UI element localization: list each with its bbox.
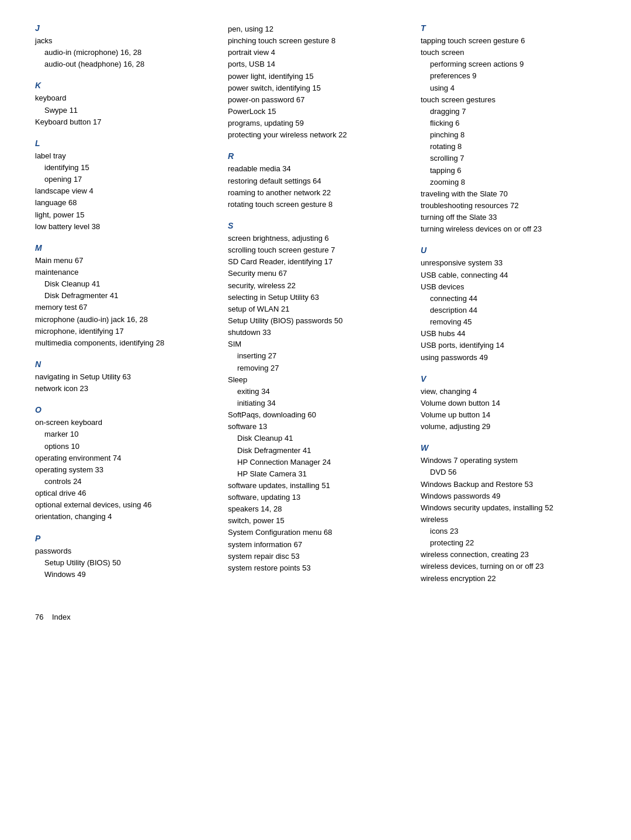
entry-text: unresponsive system 33 <box>421 257 596 269</box>
index-section: KkeyboardSwype 11Keyboard button 17 <box>35 81 210 127</box>
entry-text: software, updating 13 <box>228 492 403 503</box>
index-entry: pinching touch screen gesture 8 <box>228 35 403 47</box>
index-entry: operating environment 74 <box>35 452 210 464</box>
index-entry: Security menu 67 <box>228 268 403 279</box>
index-entry: Windows passwords 49 <box>421 490 596 502</box>
entry-text: microphone (audio-in) jack 16, 28 <box>35 314 210 326</box>
index-entry: landscape view 4 <box>35 185 210 197</box>
entry-text: shutdown 33 <box>228 327 403 338</box>
index-entry: turning off the Slate 33 <box>421 212 596 223</box>
index-entry: power-on password 67 <box>228 94 403 106</box>
entry-text: Windows 49 <box>35 569 210 580</box>
entry-text: USB ports, identifying 14 <box>421 340 596 351</box>
entry-text: system information 67 <box>228 539 403 551</box>
entry-text: Swype 11 <box>35 105 210 116</box>
entry-text: DVD 56 <box>421 466 596 478</box>
entry-text: view, changing 4 <box>421 386 596 397</box>
index-entry: unresponsive system 33 <box>421 257 596 269</box>
index-entry: rotating 8 <box>421 141 596 153</box>
entry-text: protecting 22 <box>421 537 596 549</box>
entry-text: security, wireless 22 <box>228 280 403 292</box>
entry-text: exiting 34 <box>228 386 403 397</box>
column-2: pen, using 12pinching touch screen gestu… <box>228 23 421 595</box>
index-entry: audio-out (headphone) 16, 28 <box>35 58 210 70</box>
entry-text: Disk Defragmenter 41 <box>228 445 403 457</box>
index-entry: portrait view 4 <box>228 47 403 58</box>
index-entry: inserting 27 <box>228 350 403 362</box>
index-entry: USB hubs 44 <box>421 328 596 340</box>
entry-text: initiating 34 <box>228 397 403 409</box>
index-entry: Sleep <box>228 374 403 386</box>
entry-text: navigating in Setup Utility 63 <box>35 371 210 383</box>
index-entry: icons 23 <box>421 526 596 537</box>
entry-text: operating system 33 <box>35 464 210 476</box>
index-section: Llabel trayidentifying 15opening 17lands… <box>35 139 210 233</box>
entry-text: removing 27 <box>228 362 403 374</box>
index-entry: system repair disc 53 <box>228 551 403 562</box>
entry-text: tapping 6 <box>421 165 596 177</box>
entry-text: rotating touch screen gesture 8 <box>228 199 403 210</box>
section-letter: M <box>35 243 210 253</box>
index-entry: Disk Cleanup 41 <box>35 278 210 290</box>
index-entry: multimedia components, identifying 28 <box>35 337 210 349</box>
index-entry: SD Card Reader, identifying 17 <box>228 256 403 268</box>
index-entry: security, wireless 22 <box>228 280 403 292</box>
entry-text: switch, power 15 <box>228 515 403 527</box>
index-entry: HP Connection Manager 24 <box>228 457 403 468</box>
index-entry: optional external devices, using 46 <box>35 499 210 511</box>
entry-text: maintenance <box>35 267 210 278</box>
index-entry: Setup Utility (BIOS) passwords 50 <box>228 315 403 327</box>
index-entry: setup of WLAN 21 <box>228 303 403 315</box>
section-letter: R <box>228 151 403 161</box>
index-section: Rreadable media 34restoring default sett… <box>228 151 403 210</box>
entry-text: orientation, changing 4 <box>35 511 210 523</box>
entry-text: using passwords 49 <box>421 352 596 364</box>
entry-text: identifying 15 <box>35 162 210 174</box>
index-section: pen, using 12pinching touch screen gestu… <box>228 23 403 141</box>
index-entry: optical drive 46 <box>35 488 210 499</box>
section-letter: V <box>421 374 596 383</box>
entry-text: wireless <box>421 514 596 526</box>
index-entry: selecting in Setup Utility 63 <box>228 292 403 303</box>
section-letter: U <box>421 246 596 255</box>
section-letter: P <box>35 534 210 543</box>
entry-text: speakers 14, 28 <box>228 503 403 515</box>
entry-text: optional external devices, using 46 <box>35 499 210 511</box>
index-entry: screen brightness, adjusting 6 <box>228 233 403 244</box>
entry-text: multimedia components, identifying 28 <box>35 337 210 349</box>
index-entry: low battery level 38 <box>35 221 210 233</box>
index-entry: pen, using 12 <box>228 23 403 35</box>
entry-text: Setup Utility (BIOS) 50 <box>35 557 210 569</box>
entry-text: pinching touch screen gesture 8 <box>228 35 403 47</box>
entry-text: restoring default settings 64 <box>228 175 403 187</box>
entry-text: opening 17 <box>35 174 210 185</box>
index-entry: ports, USB 14 <box>228 58 403 70</box>
index-entry: performing screen actions 9 <box>421 58 596 70</box>
index-entry: USB ports, identifying 14 <box>421 340 596 351</box>
index-entry: options 10 <box>35 441 210 452</box>
entry-text: on-screen keyboard <box>35 417 210 428</box>
entry-text: Volume up button 14 <box>421 409 596 421</box>
index-entry: software updates, installing 51 <box>228 480 403 492</box>
index-entry: exiting 34 <box>228 386 403 397</box>
entry-text: Windows passwords 49 <box>421 490 596 502</box>
entry-text: marker 10 <box>35 428 210 440</box>
entry-text: USB hubs 44 <box>421 328 596 340</box>
index-entry: marker 10 <box>35 428 210 440</box>
index-entry: keyboard <box>35 92 210 104</box>
index-entry: label tray <box>35 150 210 162</box>
entry-text: HP Connection Manager 24 <box>228 457 403 468</box>
entry-text: Keyboard button 17 <box>35 116 210 128</box>
entry-text: microphone, identifying 17 <box>35 326 210 337</box>
entry-text: optical drive 46 <box>35 488 210 499</box>
entry-text: pinching 8 <box>421 129 596 141</box>
section-letter: T <box>421 23 596 33</box>
index-entry: Windows 7 operating system <box>421 455 596 466</box>
index-entry: USB devices <box>421 281 596 293</box>
index-entry: SIM <box>228 338 403 350</box>
index-entry: readable media 34 <box>228 163 403 175</box>
entry-text: network icon 23 <box>35 383 210 395</box>
index-entry: speakers 14, 28 <box>228 503 403 515</box>
entry-text: troubleshooting resources 72 <box>421 200 596 212</box>
entry-text: removing 45 <box>421 316 596 328</box>
